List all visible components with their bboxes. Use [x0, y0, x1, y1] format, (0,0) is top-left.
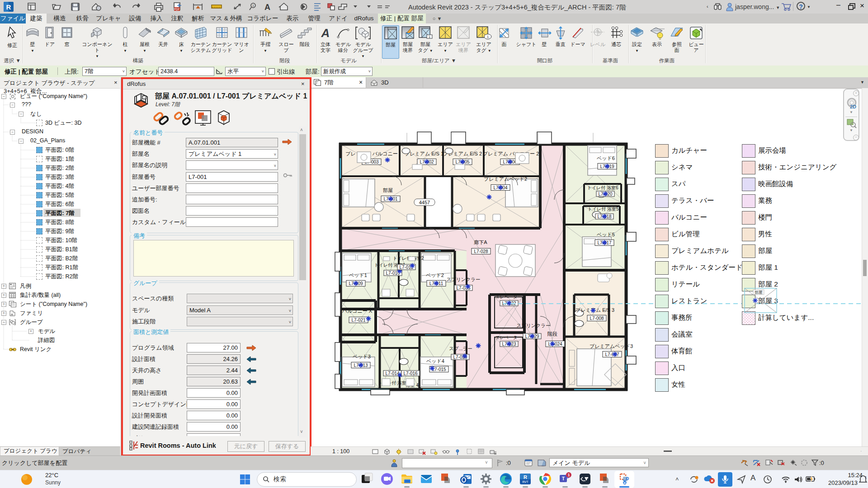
svg-text:ベッド5: ベッド5: [597, 232, 615, 237]
svg-text:R: R: [524, 474, 527, 480]
svg-text:ベッド4: ベッド4: [426, 358, 444, 364]
svg-text:4457: 4457: [419, 200, 430, 205]
svg-text:RVT: RVT: [523, 480, 528, 483]
svg-text:PDF: PDF: [174, 8, 180, 11]
svg-text:1: 1: [865, 475, 867, 479]
svg-text:スプリンクラー: スプリンクラー: [517, 323, 551, 328]
svg-text:スプ...ラー: スプ...ラー: [449, 346, 472, 351]
svg-text:スプリンクラー: スプリンクラー: [447, 277, 481, 282]
svg-text:ベッド1: ベッド1: [349, 272, 367, 278]
svg-text:トイレ付 浴室6: トイレ付 浴室6: [587, 185, 618, 190]
svg-text:プレミアムベッド3: プレミアムベッド3: [590, 343, 633, 349]
svg-text:1: 1: [252, 4, 254, 7]
svg-text:プレミアムベッド2: プレミアムベッド2: [484, 176, 527, 182]
svg-text:階段: 階段: [547, 331, 557, 337]
svg-text:L7-008: L7-008: [590, 316, 604, 321]
svg-text:1: 1: [568, 473, 570, 477]
svg-text:トイレ付 浴室2: トイレ付 浴室2: [392, 256, 424, 261]
svg-text:L7-028: L7-028: [474, 249, 488, 254]
svg-text:R: R: [6, 3, 11, 11]
svg-text:プレミアム バルコニー: プレミアム バルコニー: [345, 151, 397, 156]
svg-text:1: 1: [487, 35, 489, 39]
svg-text:トイレ付 浴室5: トイレ付 浴室5: [587, 206, 618, 211]
svg-text:T: T: [562, 476, 565, 481]
svg-text:L7-016: L7-016: [403, 371, 418, 376]
svg-text:バルコニー X: バルコニー X: [342, 308, 373, 314]
svg-text:A: A: [264, 3, 270, 12]
svg-text:プレミアム バルコニー 2: プレミアム バルコニー 2: [483, 151, 539, 156]
svg-text:L7-021: L7-021: [351, 318, 366, 323]
svg-text:部屋: 部屋: [383, 188, 393, 193]
svg-text:L7-014: L7-014: [385, 371, 400, 376]
svg-text:A: A: [321, 26, 330, 40]
svg-text:エレベーター: エレベーター: [495, 335, 522, 340]
svg-text:部屋: 部屋: [755, 290, 763, 295]
svg-text:1: 1: [429, 35, 430, 38]
svg-text:ベッド2: ベッド2: [426, 272, 444, 278]
svg-text:エレベーター: エレベーター: [495, 294, 522, 299]
svg-text:ベッド3: ベッド3: [353, 354, 371, 359]
svg-text:プレミアム E/S 1: プレミアム E/S 1: [405, 151, 443, 156]
svg-text:L7-015: L7-015: [432, 367, 446, 372]
svg-text:廊下A: 廊下A: [474, 239, 487, 245]
svg-text:ベッド6: ベッド6: [597, 155, 615, 161]
